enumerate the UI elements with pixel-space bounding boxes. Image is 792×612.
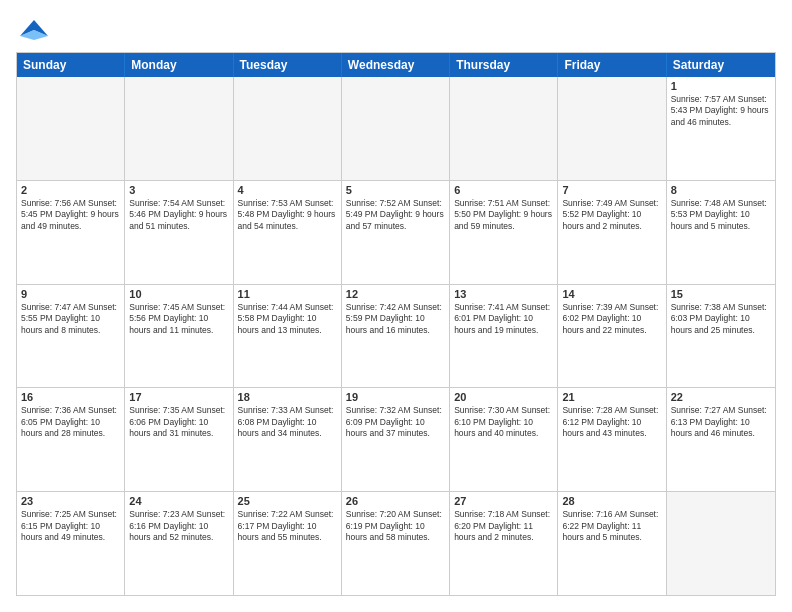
day-number: 21 xyxy=(562,391,661,403)
day-number: 13 xyxy=(454,288,553,300)
empty-cell xyxy=(17,77,125,180)
day-cell-19: 19Sunrise: 7:32 AM Sunset: 6:09 PM Dayli… xyxy=(342,388,450,491)
day-number: 3 xyxy=(129,184,228,196)
day-cell-8: 8Sunrise: 7:48 AM Sunset: 5:53 PM Daylig… xyxy=(667,181,775,284)
logo xyxy=(16,16,48,44)
day-cell-28: 28Sunrise: 7:16 AM Sunset: 6:22 PM Dayli… xyxy=(558,492,666,595)
day-cell-11: 11Sunrise: 7:44 AM Sunset: 5:58 PM Dayli… xyxy=(234,285,342,388)
empty-cell xyxy=(667,492,775,595)
day-cell-9: 9Sunrise: 7:47 AM Sunset: 5:55 PM Daylig… xyxy=(17,285,125,388)
day-number: 9 xyxy=(21,288,120,300)
day-info: Sunrise: 7:28 AM Sunset: 6:12 PM Dayligh… xyxy=(562,405,661,439)
day-info: Sunrise: 7:22 AM Sunset: 6:17 PM Dayligh… xyxy=(238,509,337,543)
week-row-4: 16Sunrise: 7:36 AM Sunset: 6:05 PM Dayli… xyxy=(17,387,775,491)
header-day-wednesday: Wednesday xyxy=(342,53,450,77)
day-info: Sunrise: 7:33 AM Sunset: 6:08 PM Dayligh… xyxy=(238,405,337,439)
day-info: Sunrise: 7:41 AM Sunset: 6:01 PM Dayligh… xyxy=(454,302,553,336)
day-info: Sunrise: 7:20 AM Sunset: 6:19 PM Dayligh… xyxy=(346,509,445,543)
day-cell-15: 15Sunrise: 7:38 AM Sunset: 6:03 PM Dayli… xyxy=(667,285,775,388)
day-info: Sunrise: 7:52 AM Sunset: 5:49 PM Dayligh… xyxy=(346,198,445,232)
day-number: 22 xyxy=(671,391,771,403)
header-day-monday: Monday xyxy=(125,53,233,77)
day-info: Sunrise: 7:30 AM Sunset: 6:10 PM Dayligh… xyxy=(454,405,553,439)
day-info: Sunrise: 7:25 AM Sunset: 6:15 PM Dayligh… xyxy=(21,509,120,543)
week-row-1: 1Sunrise: 7:57 AM Sunset: 5:43 PM Daylig… xyxy=(17,77,775,180)
day-info: Sunrise: 7:45 AM Sunset: 5:56 PM Dayligh… xyxy=(129,302,228,336)
empty-cell xyxy=(558,77,666,180)
day-info: Sunrise: 7:23 AM Sunset: 6:16 PM Dayligh… xyxy=(129,509,228,543)
day-cell-1: 1Sunrise: 7:57 AM Sunset: 5:43 PM Daylig… xyxy=(667,77,775,180)
empty-cell xyxy=(125,77,233,180)
day-cell-22: 22Sunrise: 7:27 AM Sunset: 6:13 PM Dayli… xyxy=(667,388,775,491)
day-info: Sunrise: 7:32 AM Sunset: 6:09 PM Dayligh… xyxy=(346,405,445,439)
empty-cell xyxy=(342,77,450,180)
day-info: Sunrise: 7:38 AM Sunset: 6:03 PM Dayligh… xyxy=(671,302,771,336)
day-number: 4 xyxy=(238,184,337,196)
day-number: 5 xyxy=(346,184,445,196)
day-cell-5: 5Sunrise: 7:52 AM Sunset: 5:49 PM Daylig… xyxy=(342,181,450,284)
day-cell-27: 27Sunrise: 7:18 AM Sunset: 6:20 PM Dayli… xyxy=(450,492,558,595)
day-cell-2: 2Sunrise: 7:56 AM Sunset: 5:45 PM Daylig… xyxy=(17,181,125,284)
empty-cell xyxy=(450,77,558,180)
day-cell-17: 17Sunrise: 7:35 AM Sunset: 6:06 PM Dayli… xyxy=(125,388,233,491)
day-info: Sunrise: 7:35 AM Sunset: 6:06 PM Dayligh… xyxy=(129,405,228,439)
day-number: 16 xyxy=(21,391,120,403)
day-number: 28 xyxy=(562,495,661,507)
header-day-saturday: Saturday xyxy=(667,53,775,77)
header-day-thursday: Thursday xyxy=(450,53,558,77)
day-cell-6: 6Sunrise: 7:51 AM Sunset: 5:50 PM Daylig… xyxy=(450,181,558,284)
day-info: Sunrise: 7:39 AM Sunset: 6:02 PM Dayligh… xyxy=(562,302,661,336)
day-info: Sunrise: 7:49 AM Sunset: 5:52 PM Dayligh… xyxy=(562,198,661,232)
day-number: 11 xyxy=(238,288,337,300)
day-cell-23: 23Sunrise: 7:25 AM Sunset: 6:15 PM Dayli… xyxy=(17,492,125,595)
day-info: Sunrise: 7:18 AM Sunset: 6:20 PM Dayligh… xyxy=(454,509,553,543)
day-info: Sunrise: 7:53 AM Sunset: 5:48 PM Dayligh… xyxy=(238,198,337,232)
day-info: Sunrise: 7:27 AM Sunset: 6:13 PM Dayligh… xyxy=(671,405,771,439)
day-number: 23 xyxy=(21,495,120,507)
calendar: SundayMondayTuesdayWednesdayThursdayFrid… xyxy=(16,52,776,596)
day-cell-25: 25Sunrise: 7:22 AM Sunset: 6:17 PM Dayli… xyxy=(234,492,342,595)
day-info: Sunrise: 7:56 AM Sunset: 5:45 PM Dayligh… xyxy=(21,198,120,232)
day-number: 19 xyxy=(346,391,445,403)
day-cell-13: 13Sunrise: 7:41 AM Sunset: 6:01 PM Dayli… xyxy=(450,285,558,388)
day-info: Sunrise: 7:16 AM Sunset: 6:22 PM Dayligh… xyxy=(562,509,661,543)
day-cell-7: 7Sunrise: 7:49 AM Sunset: 5:52 PM Daylig… xyxy=(558,181,666,284)
day-cell-18: 18Sunrise: 7:33 AM Sunset: 6:08 PM Dayli… xyxy=(234,388,342,491)
day-info: Sunrise: 7:44 AM Sunset: 5:58 PM Dayligh… xyxy=(238,302,337,336)
header xyxy=(16,16,776,44)
page: SundayMondayTuesdayWednesdayThursdayFrid… xyxy=(0,0,792,612)
day-number: 1 xyxy=(671,80,771,92)
day-number: 8 xyxy=(671,184,771,196)
day-cell-14: 14Sunrise: 7:39 AM Sunset: 6:02 PM Dayli… xyxy=(558,285,666,388)
day-number: 26 xyxy=(346,495,445,507)
week-row-5: 23Sunrise: 7:25 AM Sunset: 6:15 PM Dayli… xyxy=(17,491,775,595)
day-cell-3: 3Sunrise: 7:54 AM Sunset: 5:46 PM Daylig… xyxy=(125,181,233,284)
empty-cell xyxy=(234,77,342,180)
day-cell-26: 26Sunrise: 7:20 AM Sunset: 6:19 PM Dayli… xyxy=(342,492,450,595)
day-info: Sunrise: 7:47 AM Sunset: 5:55 PM Dayligh… xyxy=(21,302,120,336)
week-row-2: 2Sunrise: 7:56 AM Sunset: 5:45 PM Daylig… xyxy=(17,180,775,284)
day-number: 25 xyxy=(238,495,337,507)
day-number: 18 xyxy=(238,391,337,403)
header-day-sunday: Sunday xyxy=(17,53,125,77)
day-number: 6 xyxy=(454,184,553,196)
day-number: 27 xyxy=(454,495,553,507)
day-info: Sunrise: 7:54 AM Sunset: 5:46 PM Dayligh… xyxy=(129,198,228,232)
day-number: 14 xyxy=(562,288,661,300)
day-number: 20 xyxy=(454,391,553,403)
week-row-3: 9Sunrise: 7:47 AM Sunset: 5:55 PM Daylig… xyxy=(17,284,775,388)
day-cell-20: 20Sunrise: 7:30 AM Sunset: 6:10 PM Dayli… xyxy=(450,388,558,491)
day-info: Sunrise: 7:42 AM Sunset: 5:59 PM Dayligh… xyxy=(346,302,445,336)
day-cell-4: 4Sunrise: 7:53 AM Sunset: 5:48 PM Daylig… xyxy=(234,181,342,284)
calendar-header: SundayMondayTuesdayWednesdayThursdayFrid… xyxy=(17,53,775,77)
day-number: 7 xyxy=(562,184,661,196)
header-day-tuesday: Tuesday xyxy=(234,53,342,77)
day-info: Sunrise: 7:36 AM Sunset: 6:05 PM Dayligh… xyxy=(21,405,120,439)
day-number: 2 xyxy=(21,184,120,196)
day-number: 10 xyxy=(129,288,228,300)
header-day-friday: Friday xyxy=(558,53,666,77)
day-cell-21: 21Sunrise: 7:28 AM Sunset: 6:12 PM Dayli… xyxy=(558,388,666,491)
day-number: 17 xyxy=(129,391,228,403)
day-cell-12: 12Sunrise: 7:42 AM Sunset: 5:59 PM Dayli… xyxy=(342,285,450,388)
day-info: Sunrise: 7:51 AM Sunset: 5:50 PM Dayligh… xyxy=(454,198,553,232)
